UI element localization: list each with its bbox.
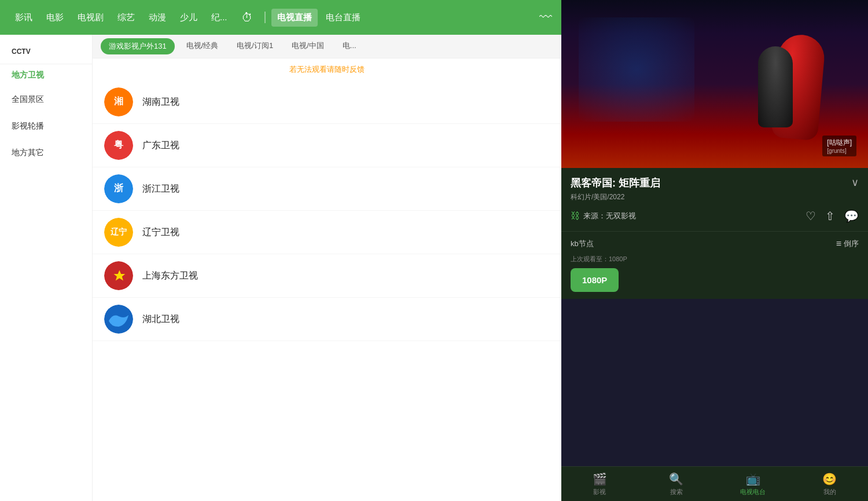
r-tv-icon: 📺 <box>746 472 760 486</box>
nav-live-tv[interactable]: 电视直播 <box>271 9 318 27</box>
zhejiang-name: 浙江卫视 <box>142 183 179 195</box>
bottom-nav-r-yingxun[interactable]: 🎬 影视 <box>561 467 638 501</box>
source-info: ⛓ 来源：无双影视 <box>571 211 636 221</box>
bottom-navigation-right: 🎬 影视 🔍 搜索 📺 电视电台 😊 我的 <box>561 466 868 501</box>
bottom-nav-r-search[interactable]: 🔍 搜索 <box>638 467 715 501</box>
share-icon[interactable]: ⇧ <box>825 209 835 223</box>
r-mine-icon: 😊 <box>822 472 837 486</box>
channel-tab-1[interactable]: 电视/经典 <box>177 35 228 58</box>
dropdown-left-item-4[interactable]: 地方其它 <box>0 140 92 166</box>
chevron-down-icon[interactable]: ∨ <box>851 176 859 189</box>
channel-tab-4[interactable]: 电... <box>333 35 366 58</box>
r-yingxun-label: 影视 <box>593 488 606 496</box>
hubei-name: 湖北卫视 <box>142 313 179 326</box>
nav-radio-live[interactable]: 电台直播 <box>320 9 366 27</box>
channel-zhejiang[interactable]: 浙 浙江卫视 <box>93 167 561 211</box>
video-left-glow <box>579 17 694 122</box>
r-yingxun-icon: 🎬 <box>593 472 607 486</box>
channel-shanghai[interactable]: 上海东方卫视 <box>93 254 561 298</box>
guangdong-logo: 粤 <box>104 131 133 160</box>
movie-actions: ⛓ 来源：无双影视 ♡ ⇧ 💬 <box>571 209 859 223</box>
bottom-nav-r-mine[interactable]: 😊 我的 <box>792 467 869 501</box>
hunan-logo-svg: 湘 <box>104 87 133 116</box>
right-panel: [咕哒声] [grunts] 黑客帝国: 矩阵重启 科幻片/美国/2022 ∨ … <box>561 0 868 501</box>
quality-header: kb节点 ≡ 倒序 <box>571 239 859 249</box>
channel-list: 湘 湖南卫视 粤 广东卫视 <box>93 81 561 341</box>
top-navigation: 影讯 电影 电视剧 综艺 动漫 少儿 纪... ⏱ 电视直播 电台直播 〰 <box>0 0 561 35</box>
quality-1080p-button[interactable]: 1080P <box>571 268 619 292</box>
hubei-logo <box>104 305 133 334</box>
r-search-label: 搜索 <box>670 488 683 496</box>
dropdown-left-sidebar: CCTV 地方卫视 全国景区 影视轮播 地方其它 <box>0 35 93 501</box>
nav-zongyi[interactable]: 综艺 <box>112 9 141 27</box>
guangdong-name: 广东卫视 <box>142 140 179 152</box>
nav-dianshiju[interactable]: 电视剧 <box>72 9 109 27</box>
order-icon: ≡ <box>836 239 841 249</box>
channel-dropdown: CCTV 地方卫视 全国景区 影视轮播 地方其它 游戏影视户外131 电视/经典… <box>0 35 561 501</box>
video-figure-container <box>752 12 833 162</box>
svg-text:辽宁: 辽宁 <box>111 227 127 236</box>
nav-divider <box>264 12 266 23</box>
quality-panel: kb节点 ≡ 倒序 上次观看至：1080P 1080P <box>561 231 868 299</box>
link-icon: ⛓ <box>571 211 580 221</box>
dropdown-left-item-2[interactable]: 全国景区 <box>0 86 92 113</box>
nav-dianying[interactable]: 电影 <box>41 9 69 27</box>
nav-yingxun[interactable]: 影讯 <box>9 9 38 27</box>
dropdown-left-item-3[interactable]: 影视轮播 <box>0 113 92 140</box>
shanghai-name: 上海东方卫视 <box>142 270 198 282</box>
dropdown-right-panel: 游戏影视户外131 电视/经典 电视/订阅1 电视/中国 电... 若无法观看请… <box>93 35 561 501</box>
liaoning-name: 辽宁卫视 <box>142 226 179 239</box>
quality-node-label: kb节点 <box>571 239 594 249</box>
liaoning-logo-svg: 辽宁 <box>104 218 133 247</box>
nav-dongman[interactable]: 动漫 <box>143 9 172 27</box>
zhejiang-logo: 浙 <box>104 174 133 203</box>
video-player[interactable]: [咕哒声] [grunts] <box>561 0 868 168</box>
channel-guangdong[interactable]: 粤 广东卫视 <box>93 124 561 167</box>
svg-text:浙: 浙 <box>114 183 124 193</box>
movie-meta: 科幻片/美国/2022 <box>571 192 660 202</box>
channel-tab-2[interactable]: 电视/订阅1 <box>227 35 282 58</box>
hunan-logo: 湘 <box>104 87 133 116</box>
bottom-nav-r-tv[interactable]: 📺 电视电台 <box>715 467 792 501</box>
previous-quality-info: 上次观看至：1080P <box>571 255 859 264</box>
trend-icon[interactable]: 〰 <box>539 10 552 25</box>
svg-text:湘: 湘 <box>114 96 123 106</box>
movie-info-panel: 黑客帝国: 矩阵重启 科幻片/美国/2022 ∨ ⛓ 来源：无双影视 ♡ ⇧ 💬 <box>561 168 868 231</box>
liaoning-logo: 辽宁 <box>104 218 133 247</box>
action-icons-container: ♡ ⇧ 💬 <box>806 209 859 223</box>
channel-hubei[interactable]: 湖北卫视 <box>93 298 561 341</box>
r-search-icon: 🔍 <box>669 472 683 486</box>
nav-ji[interactable]: 纪... <box>205 9 233 27</box>
movie-main-title: 黑客帝国: 矩阵重启 <box>571 176 660 190</box>
channel-tabs: 游戏影视户外131 电视/经典 电视/订阅1 电视/中国 电... <box>93 35 561 58</box>
movie-info-header: 黑客帝国: 矩阵重启 科幻片/美国/2022 ∨ <box>571 176 859 202</box>
shanghai-logo-svg <box>104 261 133 290</box>
nav-shaor[interactable]: 少儿 <box>174 9 203 27</box>
svg-text:粤: 粤 <box>114 140 124 149</box>
hubei-logo-svg <box>104 305 133 334</box>
hunan-name: 湖南卫视 <box>142 96 179 108</box>
comment-icon[interactable]: 💬 <box>844 209 859 223</box>
zhejiang-logo-svg: 浙 <box>104 174 133 203</box>
movie-title-main: 黑客帝国: 矩阵重启 科幻片/美国/2022 <box>571 176 660 202</box>
order-button[interactable]: ≡ 倒序 <box>836 239 859 249</box>
channel-tab-0[interactable]: 游戏影视户外131 <box>101 38 175 54</box>
guangdong-logo-svg: 粤 <box>104 131 133 160</box>
shanghai-logo <box>104 261 133 290</box>
video-subtitle: [咕哒声] [grunts] <box>822 136 856 156</box>
history-icon[interactable]: ⏱ <box>236 8 259 28</box>
channel-notice: 若无法观看请随时反馈 <box>93 58 561 81</box>
r-mine-label: 我的 <box>823 488 836 496</box>
channel-tab-3[interactable]: 电视/中国 <box>282 35 333 58</box>
cctv-label: CCTV <box>0 39 92 64</box>
video-figure-dark <box>758 46 793 127</box>
channel-hunan[interactable]: 湘 湖南卫视 <box>93 81 561 124</box>
r-tv-label: 电视电台 <box>740 488 766 496</box>
video-background: [咕哒声] [grunts] <box>561 0 868 168</box>
channel-liaoning[interactable]: 辽宁 辽宁卫视 <box>93 211 561 254</box>
local-tv-label: 地方卫视 <box>0 64 92 86</box>
favorite-icon[interactable]: ♡ <box>806 209 816 223</box>
